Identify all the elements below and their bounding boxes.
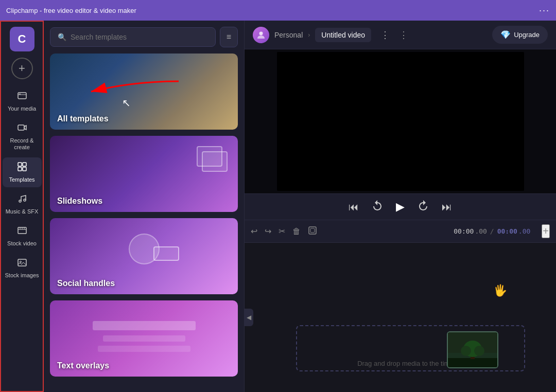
svg-rect-4: [23, 163, 26, 166]
timecode-display: 00:00 .00 / 00:00 .00: [454, 227, 530, 235]
filter-button[interactable]: ≡: [220, 27, 238, 47]
sidebar-item-music-sfx[interactable]: Music & SFX: [3, 189, 42, 219]
template-text-label: Text overlays: [57, 361, 109, 370]
drag-cursor-indicator: 🖐: [493, 284, 507, 297]
template-all-label: All templates: [57, 114, 109, 123]
timecode-ms-total: .00: [518, 227, 530, 235]
editor-panel: Personal › Untitled video ⋮ ⋮ 💎 Upgrade …: [245, 21, 556, 392]
svg-rect-0: [18, 93, 26, 99]
search-row: 🔍 ≡: [50, 27, 238, 47]
sidebar-item-record-create[interactable]: Record &create: [3, 118, 42, 155]
sidebar-item-your-media[interactable]: Your media: [3, 86, 42, 116]
timeline-area: ◀: [245, 243, 556, 392]
svg-rect-21: [448, 358, 497, 367]
record-icon: [17, 122, 27, 135]
timecode-separator: /: [490, 227, 494, 235]
add-icon: +: [19, 62, 25, 75]
svg-point-17: [259, 31, 263, 35]
titlebar: Clipchamp - free video editor & video ma…: [0, 0, 556, 21]
breadcrumb-chevron: ›: [308, 31, 310, 39]
stock-video-label: Stock video: [7, 240, 37, 247]
timeline-toolbar: ↩ ↪ ✂ 🗑 00:00 .00 / 00:00 .00 +: [245, 220, 556, 243]
search-icon: 🔍: [58, 33, 66, 41]
record-label: Record &create: [10, 137, 34, 151]
svg-rect-2: [18, 125, 24, 130]
play-button[interactable]: ▶: [396, 200, 405, 213]
titlebar-menu[interactable]: ···: [539, 5, 550, 16]
sidebar-item-stock-images[interactable]: Stock images: [3, 253, 42, 283]
app-title: Clipchamp - free video editor & video ma…: [6, 7, 136, 14]
svg-rect-18: [309, 227, 316, 234]
rewind-5-button[interactable]: [371, 200, 384, 215]
video-display: [277, 52, 524, 191]
media-drop-zone: Drag and drop media to the timeline: [296, 325, 525, 371]
your-media-label: Your media: [8, 105, 36, 112]
search-box[interactable]: 🔍: [50, 27, 216, 47]
more-options-icon[interactable]: ⋮: [399, 29, 408, 41]
video-options-menu[interactable]: ⋮: [376, 27, 394, 43]
timecode-ms-current: .00: [475, 227, 486, 235]
app-container: C + Your media Record &create: [0, 21, 556, 392]
timeline-clip[interactable]: [447, 331, 498, 368]
sidebar: C + Your media Record &create: [0, 21, 44, 392]
template-card-slideshows[interactable]: Slideshows: [50, 136, 238, 212]
redo-button[interactable]: ↪: [265, 226, 271, 236]
template-slideshows-label: Slideshows: [57, 197, 102, 206]
music-icon: [17, 193, 27, 206]
cut-button[interactable]: ✂: [279, 226, 285, 236]
stock-video-icon: [17, 225, 27, 238]
user-avatar: [253, 27, 269, 43]
forward-5-button[interactable]: [417, 200, 429, 215]
skip-start-button[interactable]: ⏮: [349, 201, 359, 213]
template-card-text[interactable]: Text overlays: [50, 300, 238, 377]
video-title[interactable]: Untitled video: [315, 28, 371, 42]
timecode-current: 00:00: [454, 227, 474, 235]
search-input[interactable]: [71, 33, 208, 41]
video-preview: [245, 49, 556, 193]
editor-header: Personal › Untitled video ⋮ ⋮ 💎 Upgrade: [245, 21, 556, 49]
svg-point-7: [19, 200, 21, 202]
clip-button[interactable]: [308, 226, 317, 237]
add-track-button[interactable]: +: [542, 224, 550, 238]
svg-point-15: [20, 261, 21, 263]
svg-point-25: [461, 346, 471, 356]
collapse-panel-button[interactable]: ◀: [245, 309, 253, 326]
breadcrumb-personal[interactable]: Personal: [274, 31, 303, 39]
template-social-label: Social handles: [57, 279, 115, 288]
svg-rect-14: [18, 259, 26, 266]
svg-point-8: [24, 199, 26, 201]
clip-thumbnail: [448, 332, 497, 367]
add-button[interactable]: +: [11, 58, 33, 79]
logo-icon: C: [18, 32, 26, 46]
upgrade-label: Upgrade: [514, 31, 540, 39]
gem-icon: 💎: [500, 30, 511, 40]
templates-label: Templates: [9, 176, 34, 183]
skip-end-button[interactable]: ⏭: [442, 201, 452, 213]
stock-images-label: Stock images: [5, 272, 39, 279]
music-label: Music & SFX: [6, 208, 39, 215]
svg-rect-6: [23, 167, 26, 171]
svg-rect-19: [310, 228, 315, 233]
svg-rect-1: [19, 94, 21, 95]
templates-panel: 🔍 ≡ All templates ↖ Sli: [44, 21, 245, 392]
logo-button[interactable]: C: [10, 27, 34, 51]
undo-button[interactable]: ↩: [251, 226, 257, 236]
stock-images-icon: [17, 257, 27, 270]
timecode-total: 00:00: [497, 227, 517, 235]
svg-rect-5: [18, 167, 22, 171]
svg-point-26: [474, 346, 484, 356]
delete-button[interactable]: 🗑: [292, 227, 301, 236]
sidebar-item-templates[interactable]: Templates: [3, 157, 42, 187]
sidebar-item-stock-video[interactable]: Stock video: [3, 221, 42, 251]
collapse-icon: ◀: [247, 314, 251, 321]
clip-tree-svg: [448, 332, 497, 367]
template-card-social[interactable]: Social handles: [50, 218, 238, 294]
templates-icon: [17, 162, 27, 174]
playback-controls: ⏮ ▶ ⏭: [245, 193, 556, 220]
svg-rect-3: [18, 163, 22, 166]
your-media-icon: [17, 91, 27, 103]
template-card-all[interactable]: All templates ↖: [50, 54, 238, 130]
upgrade-button[interactable]: 💎 Upgrade: [492, 26, 548, 44]
